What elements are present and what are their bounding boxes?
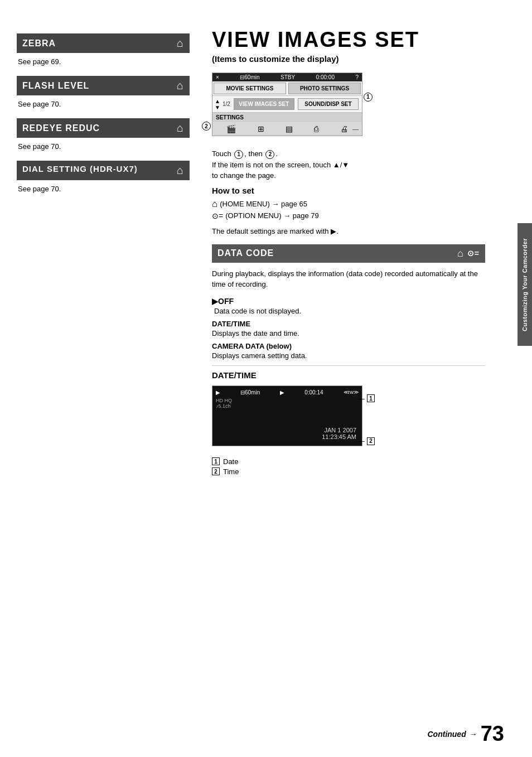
icon-usb[interactable]: ⎙: [314, 124, 318, 133]
home-menu-text: (HOME MENU) → page 65: [220, 200, 307, 208]
side-tab: Customizing Your Camcorder: [518, 223, 532, 346]
callout-1: 1: [362, 91, 374, 102]
option-icon-symbol: ⊙=: [212, 211, 223, 220]
zebra-see-page: See page 69.: [18, 57, 190, 66]
label-num-2: 2: [212, 467, 220, 475]
screen-page-row: ▲ ▼ 1/2 VIEW IMAGES SET SOUND/DISP SET: [212, 96, 362, 113]
option-off-desc: Data code is not displayed.: [214, 307, 485, 315]
touch-instruction: Touch 1, then 2. If the item is not on t…: [212, 148, 485, 181]
zebra-header: ZEBRA ⌂: [17, 33, 190, 53]
icon-print[interactable]: 🖨: [340, 124, 348, 133]
screen2-mockup: ▶ ⊟60min ▶ 0:00:14 ≪rw≫ HD HQ ♪5.1ch JAN…: [212, 385, 362, 446]
icon-grid[interactable]: ⊞: [258, 124, 264, 133]
option-menu-text: (OPTION MENU) → page 79: [225, 211, 319, 220]
screen2-date: JAN 1 2007: [322, 427, 356, 433]
screen-x[interactable]: ×: [216, 74, 219, 80]
camera-data-option-desc: Displays camera setting data.: [212, 351, 485, 360]
screen-nav: ▲ ▼: [215, 98, 220, 110]
view-images-set-btn[interactable]: VIEW IMAGES SET: [234, 98, 294, 110]
screen2-callout-2: — 2: [359, 436, 375, 445]
screen-settings-label: SETTINGS: [216, 114, 244, 120]
option-date-time: DATE/TIME Displays the date and time.: [212, 320, 485, 337]
page-subtitle: (Items to customize the display): [212, 54, 485, 64]
option-off: ▶OFF Data code is not displayed.: [212, 297, 485, 315]
flash-level-label: FLASH LEVEL: [22, 81, 89, 91]
screen2-battery: ⊟60min: [240, 389, 260, 396]
label-date: 1 Date: [212, 457, 485, 466]
redeye-reduc-label: REDEYE REDUC: [22, 123, 100, 133]
screen2-date-box: JAN 1 2007 11:23:45 AM: [322, 427, 356, 440]
zebra-home-icon: ⌂: [177, 37, 184, 50]
label-num-1: 1: [212, 457, 220, 465]
date-time-option-title: DATE/TIME: [212, 320, 485, 328]
data-code-icons: ⌂ ⊙=: [457, 248, 480, 259]
label-time: 2 Time: [212, 467, 485, 476]
zebra-label: ZEBRA: [22, 38, 56, 49]
screen2-content: HD HQ ♪5.1ch JAN 1 2007 11:23:45 AM: [216, 398, 359, 442]
screen-stby: STBY: [280, 74, 295, 80]
screen-mockup: × ⊟60min STBY 0:00:00 ? MOVIE SETTINGS P…: [212, 73, 362, 143]
screen-settings-row: SETTINGS: [212, 113, 362, 122]
data-code-home-icon: ⌂: [457, 248, 464, 259]
home-menu-line: ⌂ (HOME MENU) → page 65: [212, 199, 485, 210]
callout-2: 2: [201, 121, 212, 131]
screen2-hd: HD HQ: [216, 398, 359, 403]
how-to-set: How to set ⌂ (HOME MENU) → page 65 ⊙= (O…: [212, 186, 485, 220]
data-code-option-icon: ⊙=: [467, 249, 480, 258]
page-title: VIEW IMAGES SET: [212, 28, 485, 52]
option-camera-data: CAMERA DATA (below) Displays camera sett…: [212, 342, 485, 360]
screen-callout-1-line: —: [352, 126, 359, 132]
label-date-text: Date: [223, 457, 238, 466]
screen2-callout-1: — 1: [359, 393, 375, 403]
circle-1: 1: [364, 93, 373, 102]
screen2-mockup-container: ▶ ⊟60min ▶ 0:00:14 ≪rw≫ HD HQ ♪5.1ch JAN…: [212, 385, 362, 453]
screen2-top-bar: ▶ ⊟60min ▶ 0:00:14 ≪rw≫: [216, 389, 359, 396]
footer-arrow: →: [470, 730, 477, 739]
flash-level-see-page: See page 70.: [18, 100, 190, 108]
screen2-time2: 11:23:45 AM: [322, 433, 356, 440]
redeye-reduc-home-icon: ⌂: [177, 122, 184, 134]
nav-up[interactable]: ▲: [215, 98, 220, 104]
label-time-text: Time: [223, 467, 239, 476]
flash-level-header: FLASH LEVEL ⌂: [17, 76, 190, 95]
nav-down[interactable]: ▼: [215, 104, 220, 110]
option-off-label: ▶OFF: [212, 297, 234, 306]
date-time-labels: 1 Date 2 Time: [212, 457, 485, 476]
home-icon-symbol: ⌂: [212, 199, 217, 210]
touch-line2: If the item is not on the screen, touch …: [212, 160, 485, 171]
flash-level-home-icon: ⌂: [177, 79, 184, 92]
page-footer: Continued → 73: [428, 722, 505, 746]
dial-setting-see-page: See page 70.: [18, 185, 190, 193]
data-code-label: DATA CODE: [217, 248, 274, 258]
screen-mockup-inner: × ⊟60min STBY 0:00:00 ? MOVIE SETTINGS P…: [212, 73, 362, 136]
option-menu-line: ⊙= (OPTION MENU) → page 79: [212, 211, 485, 220]
icon-movie[interactable]: 🎬: [226, 124, 236, 133]
redeye-reduc-see-page: See page 70.: [18, 142, 190, 151]
how-to-set-title: How to set: [212, 186, 485, 195]
screen-icons-row: 🎬 ⊞ ▤ ⎙ 🖨 —: [212, 122, 362, 136]
screen2-ch: ♪5.1ch: [216, 403, 359, 409]
screen2-time: 0:00:14: [304, 389, 323, 396]
screen-battery: ⊟60min: [240, 74, 259, 80]
dial-setting-label: DIAL SETTING (HDR-UX7): [22, 164, 172, 173]
circle-2: 2: [202, 122, 211, 131]
screen2-format: ≪rw≫: [344, 389, 359, 395]
movie-settings-btn[interactable]: MOVIE SETTINGS: [214, 83, 286, 94]
default-note: The default settings are marked with ▶.: [212, 227, 485, 235]
icon-doc[interactable]: ▤: [286, 124, 293, 133]
screen-page-num: 1/2: [223, 101, 230, 107]
dial-setting-header: DIAL SETTING (HDR-UX7) ⌂: [17, 161, 190, 180]
touch-line1: Touch 1, then 2.: [212, 148, 485, 160]
screen-question[interactable]: ?: [355, 74, 359, 80]
data-code-desc: During playback, displays the informatio…: [212, 268, 485, 290]
data-code-header: DATA CODE ⌂ ⊙=: [212, 244, 485, 263]
dial-setting-home-icon: ⌂: [177, 164, 184, 177]
sound-disp-set-btn[interactable]: SOUND/DISP SET: [298, 98, 359, 110]
page-number: 73: [481, 722, 504, 746]
screen-top-bar: × ⊟60min STBY 0:00:00 ?: [212, 73, 362, 81]
photo-settings-btn[interactable]: PHOTO SETTINGS: [288, 83, 361, 94]
touch-line3: to change the page.: [212, 170, 485, 181]
screen2-play-icon: ▶: [216, 389, 220, 396]
option-off-title: ▶OFF: [212, 297, 485, 306]
continued-text: Continued: [428, 730, 466, 739]
